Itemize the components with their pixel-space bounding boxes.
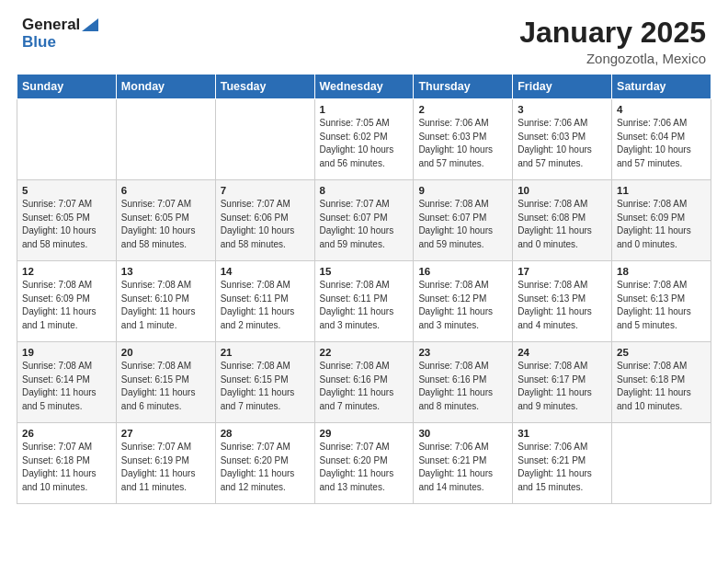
day-info: Sunrise: 7:07 AM Sunset: 6:06 PM Dayligh… xyxy=(221,198,310,251)
day-number: 9 xyxy=(418,185,507,196)
day-info: Sunrise: 7:08 AM Sunset: 6:17 PM Dayligh… xyxy=(518,360,607,413)
day-number: 3 xyxy=(518,104,607,115)
day-cell-15: 15Sunrise: 7:08 AM Sunset: 6:11 PM Dayli… xyxy=(314,261,414,342)
day-cell-10: 10Sunrise: 7:08 AM Sunset: 6:08 PM Dayli… xyxy=(513,180,612,261)
day-info: Sunrise: 7:08 AM Sunset: 6:09 PM Dayligh… xyxy=(617,198,706,251)
day-header-monday: Monday xyxy=(116,75,215,99)
day-number: 20 xyxy=(121,347,210,358)
day-number: 1 xyxy=(320,104,409,115)
day-number: 10 xyxy=(518,185,607,196)
day-number: 29 xyxy=(320,428,409,439)
day-info: Sunrise: 7:05 AM Sunset: 6:02 PM Dayligh… xyxy=(320,117,409,170)
day-number: 13 xyxy=(121,266,210,277)
day-cell-8: 8Sunrise: 7:07 AM Sunset: 6:07 PM Daylig… xyxy=(314,180,414,261)
day-info: Sunrise: 7:08 AM Sunset: 6:13 PM Dayligh… xyxy=(518,279,607,332)
day-info: Sunrise: 7:08 AM Sunset: 6:07 PM Dayligh… xyxy=(418,198,507,251)
week-row-1: 1Sunrise: 7:05 AM Sunset: 6:02 PM Daylig… xyxy=(17,99,711,180)
day-number: 28 xyxy=(221,428,310,439)
day-number: 22 xyxy=(320,347,409,358)
day-cell-18: 18Sunrise: 7:08 AM Sunset: 6:13 PM Dayli… xyxy=(612,261,711,342)
empty-cell xyxy=(116,99,215,180)
day-info: Sunrise: 7:08 AM Sunset: 6:10 PM Dayligh… xyxy=(121,279,210,332)
week-row-2: 5Sunrise: 7:07 AM Sunset: 6:05 PM Daylig… xyxy=(17,180,711,261)
day-cell-13: 13Sunrise: 7:08 AM Sunset: 6:10 PM Dayli… xyxy=(116,261,215,342)
day-info: Sunrise: 7:06 AM Sunset: 6:21 PM Dayligh… xyxy=(518,441,607,494)
logo-general-text: General xyxy=(22,17,80,34)
day-cell-2: 2Sunrise: 7:06 AM Sunset: 6:03 PM Daylig… xyxy=(414,99,513,180)
day-info: Sunrise: 7:08 AM Sunset: 6:16 PM Dayligh… xyxy=(418,360,507,413)
day-info: Sunrise: 7:06 AM Sunset: 6:21 PM Dayligh… xyxy=(418,441,507,494)
week-row-3: 12Sunrise: 7:08 AM Sunset: 6:09 PM Dayli… xyxy=(17,261,711,342)
day-header-thursday: Thursday xyxy=(414,75,513,99)
day-info: Sunrise: 7:08 AM Sunset: 6:11 PM Dayligh… xyxy=(221,279,310,332)
day-number: 4 xyxy=(617,104,706,115)
day-cell-12: 12Sunrise: 7:08 AM Sunset: 6:09 PM Dayli… xyxy=(17,261,117,342)
day-cell-23: 23Sunrise: 7:08 AM Sunset: 6:16 PM Dayli… xyxy=(414,342,513,423)
day-info: Sunrise: 7:07 AM Sunset: 6:18 PM Dayligh… xyxy=(22,441,111,494)
day-number: 27 xyxy=(121,428,210,439)
day-cell-5: 5Sunrise: 7:07 AM Sunset: 6:05 PM Daylig… xyxy=(17,180,117,261)
day-header-tuesday: Tuesday xyxy=(215,75,314,99)
day-cell-9: 9Sunrise: 7:08 AM Sunset: 6:07 PM Daylig… xyxy=(414,180,513,261)
day-header-sunday: Sunday xyxy=(17,75,117,99)
day-number: 17 xyxy=(518,266,607,277)
day-number: 26 xyxy=(22,428,111,439)
day-info: Sunrise: 7:08 AM Sunset: 6:14 PM Dayligh… xyxy=(22,360,111,413)
day-cell-25: 25Sunrise: 7:08 AM Sunset: 6:18 PM Dayli… xyxy=(612,342,711,423)
logo-icon xyxy=(82,18,98,31)
empty-cell xyxy=(215,99,314,180)
day-cell-3: 3Sunrise: 7:06 AM Sunset: 6:03 PM Daylig… xyxy=(513,99,612,180)
logo: General Blue xyxy=(22,17,98,51)
day-info: Sunrise: 7:08 AM Sunset: 6:11 PM Dayligh… xyxy=(320,279,409,332)
location-title: Zongozotla, Mexico xyxy=(519,51,706,66)
day-header-saturday: Saturday xyxy=(612,75,711,99)
title-block: January 2025 Zongozotla, Mexico xyxy=(519,17,706,66)
day-number: 23 xyxy=(418,347,507,358)
days-header-row: SundayMondayTuesdayWednesdayThursdayFrid… xyxy=(17,75,711,99)
day-info: Sunrise: 7:06 AM Sunset: 6:03 PM Dayligh… xyxy=(518,117,607,170)
week-row-5: 26Sunrise: 7:07 AM Sunset: 6:18 PM Dayli… xyxy=(17,423,711,504)
day-number: 16 xyxy=(418,266,507,277)
day-info: Sunrise: 7:06 AM Sunset: 6:04 PM Dayligh… xyxy=(617,117,706,170)
day-number: 24 xyxy=(518,347,607,358)
day-cell-4: 4Sunrise: 7:06 AM Sunset: 6:04 PM Daylig… xyxy=(612,99,711,180)
day-cell-27: 27Sunrise: 7:07 AM Sunset: 6:19 PM Dayli… xyxy=(116,423,215,504)
day-number: 2 xyxy=(418,104,507,115)
day-number: 30 xyxy=(418,428,507,439)
day-info: Sunrise: 7:07 AM Sunset: 6:05 PM Dayligh… xyxy=(22,198,111,251)
day-cell-30: 30Sunrise: 7:06 AM Sunset: 6:21 PM Dayli… xyxy=(414,423,513,504)
day-cell-22: 22Sunrise: 7:08 AM Sunset: 6:16 PM Dayli… xyxy=(314,342,414,423)
day-number: 18 xyxy=(617,266,706,277)
day-cell-19: 19Sunrise: 7:08 AM Sunset: 6:14 PM Dayli… xyxy=(17,342,117,423)
day-cell-29: 29Sunrise: 7:07 AM Sunset: 6:20 PM Dayli… xyxy=(314,423,414,504)
day-info: Sunrise: 7:08 AM Sunset: 6:09 PM Dayligh… xyxy=(22,279,111,332)
day-info: Sunrise: 7:07 AM Sunset: 6:20 PM Dayligh… xyxy=(221,441,310,494)
day-info: Sunrise: 7:06 AM Sunset: 6:03 PM Dayligh… xyxy=(418,117,507,170)
month-title: January 2025 xyxy=(519,17,706,49)
day-info: Sunrise: 7:07 AM Sunset: 6:20 PM Dayligh… xyxy=(320,441,409,494)
day-info: Sunrise: 7:08 AM Sunset: 6:12 PM Dayligh… xyxy=(418,279,507,332)
day-cell-24: 24Sunrise: 7:08 AM Sunset: 6:17 PM Dayli… xyxy=(513,342,612,423)
day-number: 7 xyxy=(221,185,310,196)
day-info: Sunrise: 7:08 AM Sunset: 6:08 PM Dayligh… xyxy=(518,198,607,251)
calendar-wrap: SundayMondayTuesdayWednesdayThursdayFrid… xyxy=(0,74,728,517)
day-number: 11 xyxy=(617,185,706,196)
day-cell-11: 11Sunrise: 7:08 AM Sunset: 6:09 PM Dayli… xyxy=(612,180,711,261)
svg-marker-0 xyxy=(82,18,98,31)
week-row-4: 19Sunrise: 7:08 AM Sunset: 6:14 PM Dayli… xyxy=(17,342,711,423)
day-info: Sunrise: 7:07 AM Sunset: 6:05 PM Dayligh… xyxy=(121,198,210,251)
day-cell-6: 6Sunrise: 7:07 AM Sunset: 6:05 PM Daylig… xyxy=(116,180,215,261)
day-info: Sunrise: 7:08 AM Sunset: 6:16 PM Dayligh… xyxy=(320,360,409,413)
day-number: 6 xyxy=(121,185,210,196)
day-number: 8 xyxy=(320,185,409,196)
day-cell-7: 7Sunrise: 7:07 AM Sunset: 6:06 PM Daylig… xyxy=(215,180,314,261)
logo-blue-text: Blue xyxy=(22,34,56,52)
page: General Blue January 2025 Zongozotla, Me… xyxy=(0,0,728,563)
day-info: Sunrise: 7:08 AM Sunset: 6:18 PM Dayligh… xyxy=(617,360,706,413)
day-number: 31 xyxy=(518,428,607,439)
day-info: Sunrise: 7:08 AM Sunset: 6:13 PM Dayligh… xyxy=(617,279,706,332)
day-info: Sunrise: 7:08 AM Sunset: 6:15 PM Dayligh… xyxy=(121,360,210,413)
empty-cell xyxy=(17,99,117,180)
day-number: 19 xyxy=(22,347,111,358)
day-number: 12 xyxy=(22,266,111,277)
